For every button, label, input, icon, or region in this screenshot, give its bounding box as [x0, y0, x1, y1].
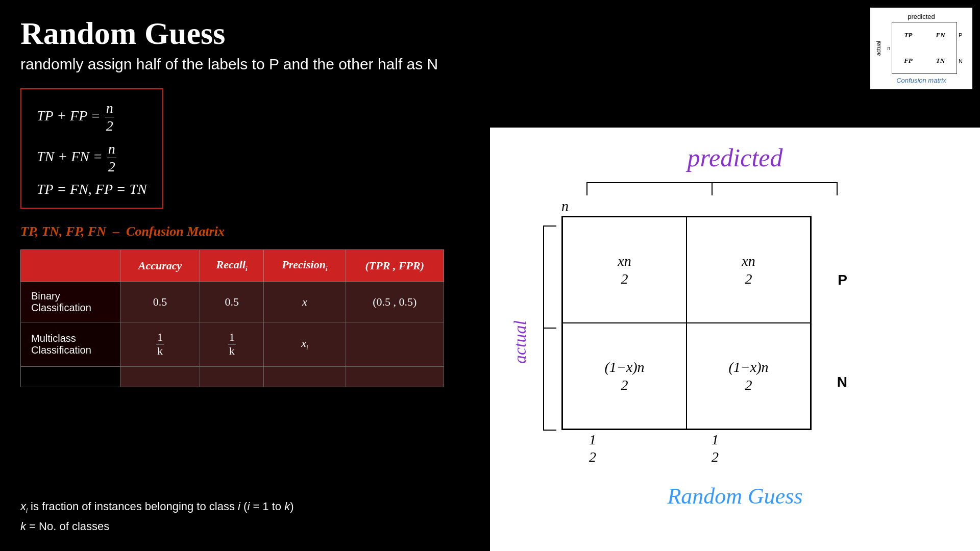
large-cm-xn2-2: xn2 — [687, 217, 811, 323]
empty-cell-5 — [346, 366, 444, 387]
left-brace-svg — [538, 221, 559, 435]
col-header-empty — [21, 250, 120, 282]
table-row: BinaryClassification 0.5 0.5 x (0.5 , 0.… — [21, 282, 444, 322]
cell-binary-precision: x — [264, 282, 346, 322]
small-cm-tn: TN — [924, 48, 957, 73]
col-header-recall: Recalli — [200, 250, 264, 282]
large-cm-grid: xn2 xn2 (1−x)n2 (1−x)n2 — [561, 216, 812, 430]
table-row: MulticlassClassification 1k 1k xi — [21, 322, 444, 366]
formula-line-3: TP = FN, FP = TN — [37, 181, 147, 197]
large-actual-label: actual — [510, 320, 530, 364]
empty-cell-1 — [21, 366, 120, 387]
empty-cell-4 — [264, 366, 346, 387]
small-cm-label: Confusion matrix — [875, 77, 967, 84]
metrics-table: Accuracy Recalli Precisioni (TPR , FPR) … — [20, 249, 444, 387]
cell-binary-recall: 0.5 — [200, 282, 264, 322]
formula-line-1: TP + FP = n2 — [37, 99, 147, 134]
small-cm-tp: TP — [892, 22, 924, 48]
small-cm-row-labels: P N — [957, 22, 967, 74]
n-label-right: N — [837, 374, 847, 390]
small-cm-actual: actual — [875, 41, 881, 56]
small-cm-fp: FP — [892, 48, 924, 73]
row-label-multiclass: MulticlassClassification — [21, 322, 120, 366]
right-panel: predicted n actual xn2 xn2 (1−x)n2 — [490, 128, 980, 551]
empty-cell-2 — [120, 366, 200, 387]
small-cm-fn: FN — [924, 22, 957, 48]
large-diagram: n actual xn2 xn2 (1−x)n2 (1−x)n2 P N — [510, 172, 960, 519]
footer-line-1: xi is fraction of instances belonging to… — [20, 497, 294, 517]
col-header-accuracy: Accuracy — [120, 250, 200, 282]
p-label: P — [838, 272, 847, 288]
formula-line-2: TN + FN = n2 — [37, 140, 147, 175]
large-cm-1mx-1: (1−x)n2 — [562, 323, 687, 429]
cell-multi-tpr-fpr — [346, 322, 444, 366]
row-label-binary: BinaryClassification — [21, 282, 120, 322]
cell-multi-accuracy: 1k — [120, 322, 200, 366]
confusion-matrix-label: TP, TN, FP, FN – Confusion Matrix — [20, 224, 470, 239]
formula-box: TP + FP = n2 TN + FN = n2 TP = FN, FP = … — [20, 88, 163, 209]
small-cm-n: n — [881, 22, 892, 74]
col-header-precision: Precisioni — [264, 250, 346, 282]
empty-cell-3 — [200, 366, 264, 387]
small-cm-n-label: N — [959, 58, 967, 64]
small-cm-predicted: predicted — [875, 13, 967, 20]
cell-multi-precision: xi — [264, 322, 346, 366]
footer-text: xi is fraction of instances belonging to… — [20, 497, 294, 536]
large-predicted-label: predicted — [510, 143, 960, 172]
n-top-label: n — [561, 198, 569, 214]
subtitle: randomly assign half of the labels to P … — [20, 56, 470, 73]
large-cm-xn2-1: xn2 — [562, 217, 687, 323]
bottom-fraction-1: 12 — [587, 431, 598, 466]
main-content: Random Guess randomly assign half of the… — [0, 0, 490, 551]
col-header-tpr-fpr: (TPR , FPR) — [346, 250, 444, 282]
cell-multi-recall: 1k — [200, 322, 264, 366]
random-guess-label: Random Guess — [510, 483, 960, 509]
small-confusion-matrix: predicted actual n TP FN FP TN P N Confu… — [870, 8, 972, 89]
large-cm-1mx-2: (1−x)n2 — [687, 323, 811, 429]
page-title: Random Guess — [20, 15, 470, 52]
table-row-empty — [21, 366, 444, 387]
bottom-fraction-2: 12 — [709, 431, 721, 466]
footer-line-2: k = No. of classes — [20, 517, 294, 536]
top-brace-svg — [582, 178, 842, 198]
cell-binary-accuracy: 0.5 — [120, 282, 200, 322]
cell-binary-tpr-fpr: (0.5 , 0.5) — [346, 282, 444, 322]
small-cm-p-label: P — [959, 32, 967, 38]
